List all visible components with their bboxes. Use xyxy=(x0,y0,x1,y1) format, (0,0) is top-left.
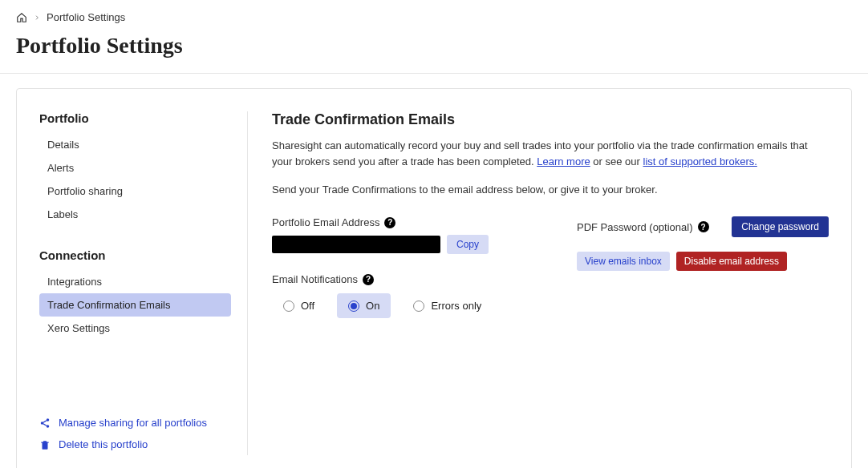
main-content: Trade Confirmation Emails Sharesight can… xyxy=(248,111,829,455)
supported-brokers-link[interactable]: list of supported brokers. xyxy=(643,155,757,167)
sidebar-item-labels[interactable]: Labels xyxy=(39,203,231,226)
section-description: Sharesight can automatically record your… xyxy=(272,138,829,169)
manage-sharing-link[interactable]: Manage sharing for all portfolios xyxy=(39,412,231,434)
sidebar-footer: Manage sharing for all portfolios Delete… xyxy=(39,412,231,455)
link-label: Manage sharing for all portfolios xyxy=(59,417,207,429)
pdf-password-row: PDF Password (optional) ? Change passwor… xyxy=(577,216,829,237)
sidebar-item-portfolio-sharing[interactable]: Portfolio sharing xyxy=(39,180,231,203)
change-password-button[interactable]: Change password xyxy=(732,216,829,237)
view-emails-inbox-button[interactable]: View emails inbox xyxy=(577,252,670,271)
sidebar: Portfolio Details Alerts Portfolio shari… xyxy=(39,111,248,455)
svg-point-1 xyxy=(41,422,44,425)
email-field-label: Portfolio Email Address ? xyxy=(272,216,545,228)
left-column: Portfolio Email Address ? Copy Email Not… xyxy=(272,216,545,318)
chevron-right-icon xyxy=(34,11,40,23)
disable-email-button[interactable]: Disable email address xyxy=(676,252,787,271)
breadcrumb-current: Portfolio Settings xyxy=(47,11,125,23)
home-icon[interactable] xyxy=(16,12,27,23)
link-label: Delete this portfolio xyxy=(59,438,148,450)
svg-point-0 xyxy=(47,418,50,422)
sidebar-item-xero-settings[interactable]: Xero Settings xyxy=(39,317,231,340)
email-row: Copy xyxy=(272,235,545,254)
section-heading: Trade Confirmation Emails xyxy=(272,111,829,128)
portfolio-email-value xyxy=(272,236,440,253)
sidebar-group-title: Connection xyxy=(39,248,231,262)
sidebar-item-alerts[interactable]: Alerts xyxy=(39,156,231,180)
radio-icon xyxy=(413,301,424,312)
page-title: Portfolio Settings xyxy=(0,31,868,73)
learn-more-link[interactable]: Learn more xyxy=(537,155,590,167)
trash-icon xyxy=(39,439,51,450)
sidebar-item-trade-confirmation-emails[interactable]: Trade Confirmation Emails xyxy=(39,293,231,317)
help-icon[interactable]: ? xyxy=(698,221,709,232)
pdf-password-label: PDF Password (optional) ? xyxy=(577,221,709,233)
sidebar-list: Details Alerts Portfolio sharing Labels xyxy=(39,133,231,226)
notifications-label: Email Notifications ? xyxy=(272,273,545,285)
delete-portfolio-link[interactable]: Delete this portfolio xyxy=(39,434,231,455)
svg-point-2 xyxy=(47,425,50,428)
breadcrumb: Portfolio Settings xyxy=(0,0,868,31)
radio-on[interactable]: On xyxy=(337,293,391,318)
help-icon[interactable]: ? xyxy=(363,274,374,285)
right-column: PDF Password (optional) ? Change passwor… xyxy=(577,216,829,271)
divider xyxy=(0,73,868,74)
share-icon xyxy=(39,418,51,429)
sidebar-item-details[interactable]: Details xyxy=(39,133,231,156)
notifications-section: Email Notifications ? Off On xyxy=(272,273,545,318)
settings-panel: Portfolio Details Alerts Portfolio shari… xyxy=(16,88,852,468)
right-buttons: View emails inbox Disable email address xyxy=(577,252,829,271)
sidebar-group-portfolio: Portfolio Details Alerts Portfolio shari… xyxy=(39,111,231,226)
radio-group: Off On Errors only xyxy=(272,293,545,318)
radio-errors-only[interactable]: Errors only xyxy=(402,293,493,318)
sidebar-item-integrations[interactable]: Integrations xyxy=(39,270,231,293)
sub-instruction: Send your Trade Confirmations to the ema… xyxy=(272,184,829,196)
copy-button[interactable]: Copy xyxy=(447,235,489,254)
sidebar-list: Integrations Trade Confirmation Emails X… xyxy=(39,270,231,340)
columns: Portfolio Email Address ? Copy Email Not… xyxy=(272,216,829,318)
radio-icon xyxy=(348,301,359,312)
sidebar-group-title: Portfolio xyxy=(39,111,231,125)
sidebar-group-connection: Connection Integrations Trade Confirmati… xyxy=(39,248,231,340)
radio-off[interactable]: Off xyxy=(272,293,326,318)
help-icon[interactable]: ? xyxy=(384,217,395,228)
radio-icon xyxy=(283,301,294,312)
